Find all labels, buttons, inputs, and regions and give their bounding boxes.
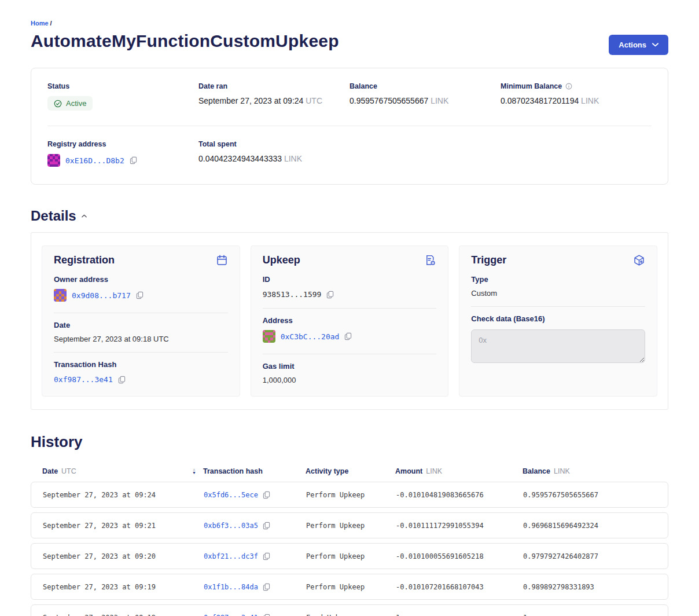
tx-hash-link[interactable]: 0x1f1b...84da (204, 583, 258, 591)
date-ran-unit: UTC (306, 96, 322, 105)
date-column-label: Date (42, 467, 58, 475)
column-header-date[interactable]: DateUTC ▲▼ (42, 467, 203, 475)
row-balance: 0.9595767505655667 (523, 491, 656, 499)
table-row: September 27, 2023 at 09:21 0xb6f3...03a… (31, 512, 668, 538)
registration-card: Registration Owner address 0x9d08...b717… (42, 245, 240, 397)
row-date: September 27, 2023 at 09:18 (43, 614, 204, 616)
row-amount: -0.010104819083665676 (396, 491, 523, 499)
copy-button[interactable] (130, 156, 137, 164)
column-header-transaction-hash: Transaction hash (203, 467, 306, 475)
row-date: September 27, 2023 at 09:24 (43, 491, 204, 499)
status-field: Status Active (47, 82, 198, 111)
copy-button[interactable] (263, 552, 270, 560)
balance-unit: LINK (431, 96, 448, 105)
copy-icon (263, 552, 270, 560)
row-balance: 0.9797927426402877 (523, 552, 656, 560)
upkeep-address-label: Address (263, 316, 437, 325)
trigger-type-field: Type Custom (471, 267, 645, 307)
breadcrumb: Home/ (31, 20, 668, 27)
copy-button[interactable] (263, 614, 270, 616)
date-ran-field: Date ran September 27, 2023 at 09:24 UTC (198, 82, 350, 111)
registry-label: Registry address (47, 140, 198, 148)
row-balance: 0.9696815696492324 (523, 522, 656, 530)
tx-hash-link[interactable]: 0xf987...3e41 (204, 614, 258, 616)
copy-button[interactable] (263, 491, 270, 499)
copy-button[interactable] (326, 291, 334, 299)
row-balance: 1 (523, 614, 656, 616)
calendar-icon (216, 254, 228, 266)
title-row: AutomateMyFunctionCustomUpkeep Actions (31, 31, 668, 55)
details-section-header[interactable]: Details (31, 208, 668, 224)
date-column-unit: UTC (61, 467, 76, 475)
details-heading: Details (31, 208, 76, 224)
copy-icon (344, 332, 352, 340)
actions-button[interactable]: Actions (609, 35, 668, 55)
row-activity-type: Fund Upkeep (306, 614, 396, 616)
registry-identicon (47, 154, 60, 167)
registration-date-field: Date September 27, 2023 at 09:18 UTC (54, 313, 228, 353)
history-table-body: September 27, 2023 at 09:24 0x5fd6...5ec… (31, 482, 668, 616)
status-badge-label: Active (66, 99, 86, 108)
column-header-activity-type: Activity type (306, 467, 395, 475)
upkeep-id-field: ID 938513...1599 (263, 267, 437, 309)
breadcrumb-home-link[interactable]: Home (31, 20, 49, 27)
row-amount: -0.010100055691605218 (396, 552, 523, 560)
upkeep-id-value: 938513...1599 (263, 290, 322, 299)
copy-button[interactable] (344, 332, 352, 340)
row-amount: -0.010107201668107043 (396, 583, 523, 591)
table-row: September 27, 2023 at 09:19 0x1f1b...84d… (31, 574, 668, 600)
copy-button[interactable] (118, 376, 126, 384)
transaction-hash-label: Transaction Hash (54, 360, 228, 369)
upkeep-address-link[interactable]: 0xC3bC...20ad (281, 332, 340, 341)
upkeep-address-field: Address 0xC3bC...20ad (263, 309, 437, 354)
row-activity-type: Perform Upkeep (306, 491, 396, 499)
history-heading: History (31, 433, 668, 451)
balance-value: 0.9595767505655667 (350, 96, 428, 105)
sort-icon: ▲▼ (192, 468, 196, 475)
upkeep-card: Upkeep ID 938513...1599 Address 0xC3bC..… (251, 245, 449, 397)
balance-label: Balance (350, 82, 501, 90)
row-activity-type: Perform Upkeep (306, 552, 396, 560)
file-gear-icon (424, 254, 436, 266)
upkeep-card-title: Upkeep (263, 254, 300, 266)
copy-icon (263, 522, 270, 530)
copy-icon (263, 491, 270, 499)
row-activity-type: Perform Upkeep (306, 522, 396, 530)
check-data-field: Check data (Base16) (471, 307, 645, 366)
row-balance: 0.989892798331893 (523, 583, 656, 591)
total-spent-field: Total spent 0.04042324943443333 LINK (198, 140, 350, 169)
tx-hash-link[interactable]: 0x5fd6...5ece (204, 491, 258, 499)
row-tx-hash: 0xf987...3e41 (204, 614, 306, 616)
table-row: September 27, 2023 at 09:18 0xf987...3e4… (31, 604, 668, 616)
page-title: AutomateMyFunctionCustomUpkeep (31, 31, 339, 51)
registry-address-link[interactable]: 0xE16D...D8b2 (65, 156, 124, 165)
row-tx-hash: 0xb6f3...03a5 (204, 522, 306, 530)
row-date: September 27, 2023 at 09:19 (43, 583, 204, 591)
overview-row-1: Status Active Date ran September 27, 202… (47, 82, 652, 111)
info-icon[interactable] (565, 83, 572, 90)
copy-button[interactable] (263, 583, 270, 591)
row-activity-type: Perform Upkeep (306, 583, 396, 591)
overview-card: Status Active Date ran September 27, 202… (31, 68, 668, 185)
cube-icon (633, 254, 645, 266)
column-header-amount: AmountLINK (395, 467, 523, 475)
owner-address-link[interactable]: 0x9d08...b717 (72, 291, 131, 300)
registration-tx-link[interactable]: 0xf987...3e41 (54, 375, 113, 384)
min-balance-label: Minimum Balance (501, 82, 562, 90)
table-row: September 27, 2023 at 09:24 0x5fd6...5ec… (31, 482, 668, 508)
tx-hash-link[interactable]: 0xb6f3...03a5 (204, 522, 258, 530)
tx-hash-link[interactable]: 0xbf21...dc3f (204, 552, 258, 560)
min-balance-unit: LINK (581, 96, 599, 105)
owner-address-label: Owner address (54, 275, 228, 284)
copy-button[interactable] (263, 522, 270, 530)
check-data-textarea[interactable] (471, 329, 645, 363)
copy-button[interactable] (136, 291, 144, 299)
upkeep-identicon (263, 330, 275, 343)
chevron-up-icon (82, 214, 87, 218)
trigger-type-label: Type (471, 275, 645, 284)
trigger-card-title: Trigger (471, 254, 506, 266)
row-tx-hash: 0x1f1b...84da (204, 583, 306, 591)
copy-icon (326, 291, 334, 299)
total-spent-label: Total spent (198, 140, 350, 148)
owner-address-field: Owner address 0x9d08...b717 (54, 267, 228, 313)
